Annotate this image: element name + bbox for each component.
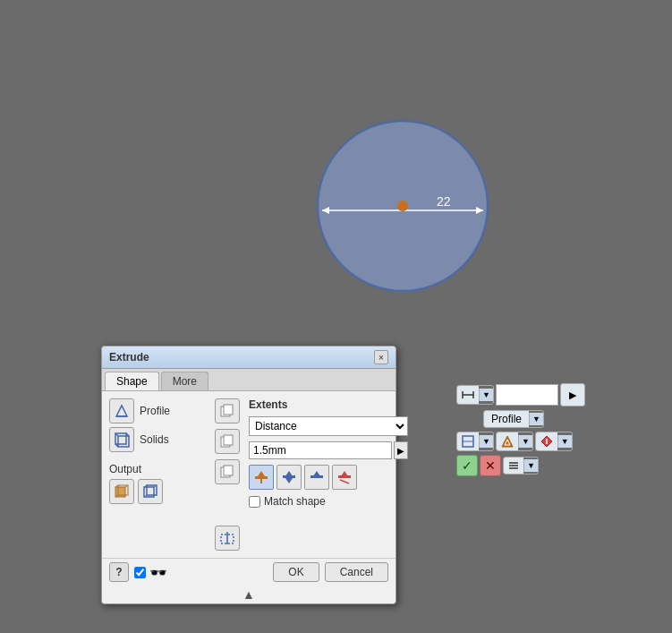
dialog-body: Profile Solids — [102, 391, 396, 558]
toolbar-row-distance: ▼ 1.5mm ▶ — [456, 383, 585, 406]
close-button[interactable]: × — [374, 350, 388, 364]
tb-icon-3-arrow[interactable]: ▼ — [557, 435, 572, 448]
tb-distance-dropdown[interactable]: ▼ — [479, 389, 493, 401]
svg-line-41 — [340, 480, 349, 483]
dialog-tabs: Shape More — [102, 369, 396, 391]
left-panel: Profile Solids — [109, 398, 208, 551]
dialog-bottom: ? 🕶️ OK Cancel — [102, 558, 396, 586]
tb-menu-icon[interactable] — [504, 458, 523, 474]
output-label: Output — [109, 463, 208, 475]
svg-marker-38 — [313, 471, 320, 476]
extents-label: Extents — [249, 398, 408, 411]
tb-icon-1[interactable]: ▼ — [456, 432, 494, 451]
tb-profile-label[interactable]: Profile — [484, 411, 529, 427]
tb-icon-3-main[interactable] — [536, 432, 557, 450]
distance-arrow-btn[interactable]: ▶ — [394, 441, 408, 459]
tb-profile-btn[interactable]: Profile ▼ — [483, 410, 544, 428]
extrude-dialog: Extrude × Shape More Profile — [101, 346, 396, 604]
profile-row: Profile — [109, 398, 208, 423]
svg-marker-6 — [116, 406, 127, 416]
distance-value-input[interactable] — [249, 441, 392, 459]
tab-more[interactable]: More — [161, 372, 208, 390]
output-solid-btn[interactable] — [109, 479, 134, 504]
toolbar-row-icons: ▼ ▼ ▼ — [456, 432, 585, 451]
svg-point-4 — [397, 201, 408, 211]
match-shape-label: Match shape — [264, 495, 326, 508]
tb-icon-1-main[interactable] — [457, 432, 479, 450]
asym-btn[interactable] — [215, 526, 240, 551]
svg-rect-28 — [224, 466, 233, 475]
match-shape-checkbox[interactable] — [249, 496, 260, 508]
tb-menu-btn[interactable]: ▼ — [503, 457, 539, 475]
tb-icon-2-arrow[interactable]: ▼ — [518, 435, 532, 448]
3d-circle: 22 — [304, 116, 501, 295]
cancel-button[interactable]: Cancel — [325, 562, 388, 582]
dialog-title: Extrude — [109, 351, 149, 364]
tb-menu-arrow[interactable]: ▼ — [523, 459, 538, 472]
preview-checkbox[interactable] — [134, 567, 146, 578]
tab-shape[interactable]: Shape — [105, 372, 159, 390]
svg-rect-26 — [224, 435, 233, 445]
expand-arrow[interactable]: ▲ — [102, 586, 396, 603]
distance-select[interactable]: Distance — [249, 416, 408, 436]
tb-distance-left-btn[interactable]: ▼ — [456, 385, 494, 405]
svg-rect-24 — [224, 405, 233, 415]
tb-icon-2[interactable]: ▼ — [496, 432, 533, 451]
dialog-content: Profile Solids — [109, 398, 388, 551]
help-button[interactable]: ? — [109, 562, 129, 582]
match-shape-row: Match shape — [249, 495, 408, 508]
tb-distance-icon[interactable] — [457, 386, 479, 404]
glasses-icon: 🕶️ — [149, 564, 167, 581]
tb-distance-input[interactable]: 1.5mm — [496, 384, 558, 406]
bottom-left: ? 🕶️ — [109, 562, 167, 582]
solids-row: Solids — [109, 427, 208, 452]
svg-text:22: 22 — [437, 194, 451, 209]
solids-icon-btn[interactable] — [109, 427, 134, 452]
output-buttons — [109, 479, 208, 504]
direction-buttons — [249, 465, 408, 490]
tb-profile-arrow[interactable]: ▼ — [529, 413, 543, 425]
copy-btn-3[interactable] — [215, 459, 240, 484]
right-panel: Extents Distance ▶ — [249, 398, 408, 551]
dir-btn-3[interactable] — [304, 465, 329, 490]
dir-btn-1[interactable] — [249, 465, 274, 490]
copy-btn-2[interactable] — [215, 429, 240, 454]
output-section: Output — [109, 463, 208, 504]
tb-icon-3[interactable]: ▼ — [535, 432, 573, 451]
toolbar-row-confirm: ✓ ✕ ▼ — [456, 455, 585, 476]
tb-icon-2-main[interactable] — [497, 432, 518, 450]
distance-value-row: ▶ — [249, 441, 408, 459]
profile-icon-btn[interactable] — [109, 398, 134, 423]
copy-btn-1[interactable] — [215, 398, 240, 423]
output-surface-btn[interactable] — [138, 479, 163, 504]
ok-button[interactable]: OK — [273, 562, 319, 582]
profile-label: Profile — [140, 405, 170, 417]
bottom-right: OK Cancel — [273, 562, 388, 582]
checkbox-area: 🕶️ — [134, 564, 167, 581]
svg-rect-9 — [118, 436, 129, 447]
right-toolbar: ▼ 1.5mm ▶ Profile ▼ ▼ — [456, 383, 585, 476]
middle-panel — [215, 398, 242, 551]
tb-cancel-btn[interactable]: ✕ — [480, 455, 501, 476]
tb-icon-1-arrow[interactable]: ▼ — [479, 435, 493, 448]
tb-confirm-btn[interactable]: ✓ — [456, 455, 478, 476]
svg-rect-31 — [255, 476, 268, 479]
dialog-titlebar: Extrude × — [102, 346, 396, 369]
solids-label: Solids — [140, 433, 169, 446]
svg-marker-40 — [341, 471, 348, 476]
tb-distance-right-btn[interactable]: ▶ — [560, 383, 585, 406]
toolbar-row-profile: Profile ▼ — [456, 410, 585, 428]
dir-btn-4[interactable] — [332, 465, 357, 490]
svg-marker-32 — [258, 471, 265, 476]
dir-btn-2[interactable] — [276, 465, 302, 490]
svg-marker-35 — [285, 478, 293, 483]
svg-marker-36 — [285, 471, 293, 476]
